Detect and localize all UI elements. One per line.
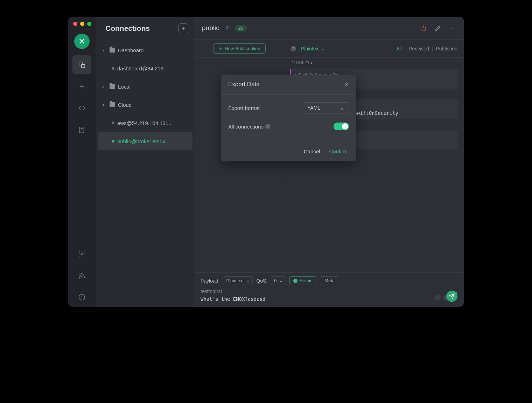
- more-menu-button[interactable]: [447, 23, 457, 33]
- export-format-label: Export format: [228, 105, 260, 111]
- modal-title: Export Data: [228, 81, 260, 88]
- all-connections-label: All connections ?: [228, 124, 271, 130]
- svg-point-8: [454, 28, 455, 29]
- payload-format-select[interactable]: Plaintext⌄: [223, 276, 253, 285]
- new-subscription-label: New Subscription: [225, 46, 260, 51]
- cancel-button[interactable]: Cancel: [304, 148, 320, 154]
- nav-settings-icon[interactable]: [72, 244, 91, 263]
- nav-new-icon[interactable]: [72, 77, 91, 96]
- folder-icon: [110, 48, 115, 53]
- disconnect-button[interactable]: [419, 23, 428, 33]
- tree-connection-item[interactable]: dashboard@34.219....: [96, 59, 195, 77]
- nav-scripts-icon[interactable]: [72, 99, 91, 118]
- chevron-down-icon: ⌄: [279, 278, 283, 283]
- folder-label: Cloud: [118, 102, 132, 108]
- connection-name: public: [202, 24, 219, 32]
- help-icon[interactable]: ?: [290, 46, 296, 51]
- status-dot-icon: [112, 140, 114, 143]
- caret-down-icon: ▾: [103, 103, 107, 107]
- window-controls: [73, 22, 91, 26]
- divider: |: [432, 46, 433, 51]
- divider: |: [405, 46, 406, 51]
- folder-label: Dashboard: [118, 47, 144, 53]
- status-dot-icon: [112, 121, 114, 124]
- close-icon[interactable]: ✕: [344, 81, 349, 88]
- topic-input[interactable]: testtopic/1: [201, 289, 223, 294]
- connection-tree: ▾ Dashboard dashboard@34.219.... ▸ Local…: [96, 40, 195, 152]
- retain-toggle[interactable]: Retain: [289, 276, 317, 285]
- tree-connection-item[interactable]: aws@54.219.104.13:...: [96, 114, 195, 132]
- minimize-window-icon[interactable]: [80, 22, 84, 26]
- nav-help-icon[interactable]: [72, 288, 91, 307]
- nav-rail: [68, 17, 96, 307]
- connection-label: dashboard@34.219....: [117, 65, 169, 71]
- svg-point-4: [79, 277, 80, 278]
- chevron-down-icon: ⌄: [340, 105, 344, 111]
- connection-label: public@broker.emqx...: [117, 138, 169, 144]
- topbar: public 26: [195, 17, 464, 40]
- folder-icon: [110, 84, 115, 89]
- caret-down-icon: ▾: [103, 48, 107, 52]
- message-count-badge: 26: [235, 25, 247, 32]
- confirm-button[interactable]: Confirm: [329, 148, 348, 154]
- nav-log-icon[interactable]: [72, 120, 91, 139]
- all-connections-toggle[interactable]: [334, 123, 349, 130]
- message-timestamp: :19:39:215: [290, 60, 457, 65]
- tree-folder-cloud[interactable]: ▾ Cloud: [96, 96, 195, 114]
- nav-connections-icon[interactable]: [72, 55, 91, 74]
- qos-select[interactable]: 0⌄: [271, 276, 286, 285]
- app-logo-icon: [74, 34, 90, 49]
- sidebar: Connections ▾ Dashboard dashboard@34.219…: [96, 17, 195, 307]
- payload-input[interactable]: What's the EMQX?asdasd: [201, 296, 458, 302]
- send-button[interactable]: [446, 291, 457, 302]
- sidebar-title: Connections: [105, 24, 150, 33]
- new-subscription-button[interactable]: New Subscription: [213, 43, 265, 54]
- export-data-modal: Export Data ✕ Export format YAML ⌄ All c…: [221, 75, 356, 161]
- nav-feed-icon[interactable]: [72, 266, 91, 285]
- add-connection-button[interactable]: [178, 23, 188, 33]
- status-dot-icon: [112, 67, 114, 70]
- app-window: Connections ▾ Dashboard dashboard@34.219…: [68, 17, 464, 307]
- history-prev-icon[interactable]: ←: [434, 294, 441, 301]
- main-panel: public 26 New Subscription: [195, 17, 464, 307]
- svg-point-3: [81, 253, 83, 255]
- folder-icon: [110, 102, 115, 107]
- tree-folder-dashboard[interactable]: ▾ Dashboard: [96, 41, 195, 59]
- folder-label: Local: [118, 84, 131, 90]
- maximize-window-icon[interactable]: [87, 22, 91, 26]
- svg-point-7: [451, 28, 453, 29]
- filter-published[interactable]: Published: [436, 46, 458, 51]
- composer: Payload: Plaintext⌄ QoS: 0⌄ Retain Meta …: [195, 272, 464, 307]
- export-format-select[interactable]: YAML ⌄: [303, 102, 349, 113]
- connection-label: aws@54.219.104.13:...: [117, 120, 172, 126]
- close-window-icon[interactable]: [73, 22, 77, 26]
- filter-all[interactable]: All: [396, 46, 402, 51]
- chevron-down-icon: ⌄: [321, 46, 326, 51]
- received-format-select[interactable]: Plaintext ⌄: [301, 46, 326, 51]
- tree-folder-local[interactable]: ▸ Local: [96, 77, 195, 96]
- payload-label: Payload:: [201, 278, 219, 284]
- meta-button[interactable]: Meta: [320, 276, 339, 285]
- tree-connection-item[interactable]: public@broker.emqx...: [98, 132, 192, 150]
- subbar: New Subscription ? Plaintext ⌄ All | Rec…: [195, 40, 464, 58]
- format-label: Plaintext: [301, 46, 320, 51]
- filter-received[interactable]: Received: [408, 46, 429, 51]
- caret-right-icon: ▸: [103, 85, 107, 89]
- svg-point-6: [450, 28, 451, 29]
- qos-label: QoS:: [256, 278, 267, 284]
- chevrons-down-icon[interactable]: [224, 25, 230, 32]
- help-icon[interactable]: ?: [265, 124, 271, 129]
- chevron-down-icon: ⌄: [246, 278, 250, 283]
- check-icon: [293, 279, 298, 283]
- edit-button[interactable]: [433, 23, 442, 33]
